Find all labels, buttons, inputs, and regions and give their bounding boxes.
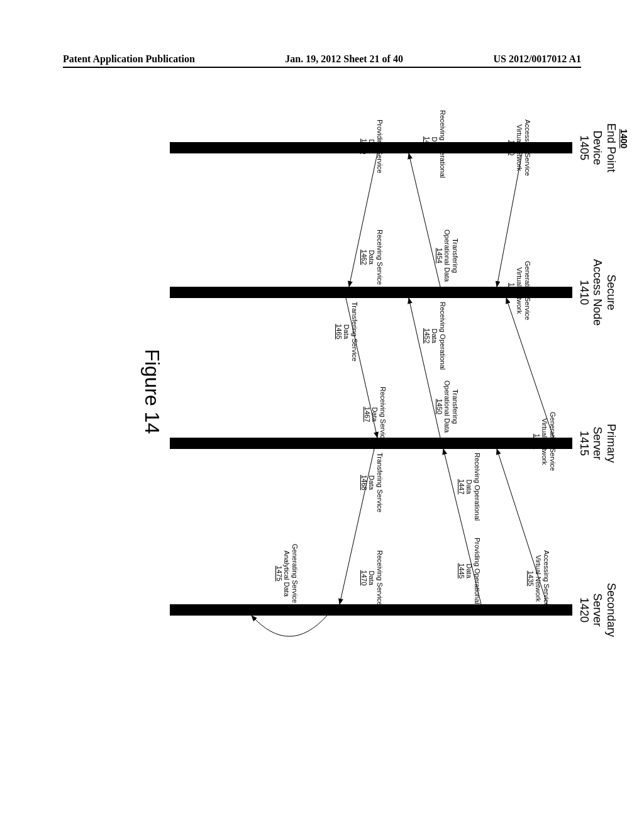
msg-1467: Receiving Service Data 1467 xyxy=(363,387,387,442)
lifeline-access-node: Secure Access Node 1410 xyxy=(577,255,618,330)
lifeline-secondary: Secondary Server 1420 xyxy=(577,578,618,641)
msg-1440: Accessing Service Virtual Network 1440 xyxy=(508,119,531,176)
lifeline-primary: Primary Server 1415 xyxy=(577,418,618,468)
header-left: Patent Application Publication xyxy=(63,53,195,65)
lifeline-bar-secondary xyxy=(170,604,572,616)
msg-1445: Providing Operational Data 1445 xyxy=(457,538,481,604)
header-center: Jan. 19, 2012 Sheet 21 of 40 xyxy=(285,53,403,65)
msg-1450: Transfering Operational Data 1450 xyxy=(435,380,459,433)
msg-1452: Receiving Operational Data 1452 xyxy=(423,302,447,370)
msg-1454: Transfering Operational Data 1454 xyxy=(435,230,459,282)
msg-1447: Receiving Operational Data 1447 xyxy=(457,453,481,521)
header-right: US 2012/0017012 A1 xyxy=(493,53,581,65)
page-header: Patent Application Publication Jan. 19, … xyxy=(63,53,581,68)
msg-1475: Generating Service Analytical Data 1475 xyxy=(275,544,299,603)
msg-1465: Transfering Service Data 1465 xyxy=(335,302,358,362)
msg-1470: Receiving Service Data 1470 xyxy=(360,550,384,606)
msg-1430: Generating Service Virtual Network 1430 xyxy=(508,261,531,320)
lifeline-endpoint: End Point Device 1405 xyxy=(577,119,618,176)
msg-1425: Generating Service Virtual Network 1425 xyxy=(533,412,557,471)
msg-1460: Providing Service Data 1460 xyxy=(360,119,384,174)
msg-1435: Accessing Service Virtual Network 1435 xyxy=(526,550,550,607)
msg-1455: Receiving Operational Data 1455 xyxy=(423,110,447,178)
sequence-diagram: 1400 End Point Device 1405 Secure Access… xyxy=(38,138,604,654)
diagram-id: 1400 xyxy=(619,129,629,148)
figure-label: Figure 14 xyxy=(140,349,164,434)
msg-1468: Transfering Service Data 1468 xyxy=(360,453,384,512)
msg-1462: Receiving Service Data 1462 xyxy=(360,230,384,285)
